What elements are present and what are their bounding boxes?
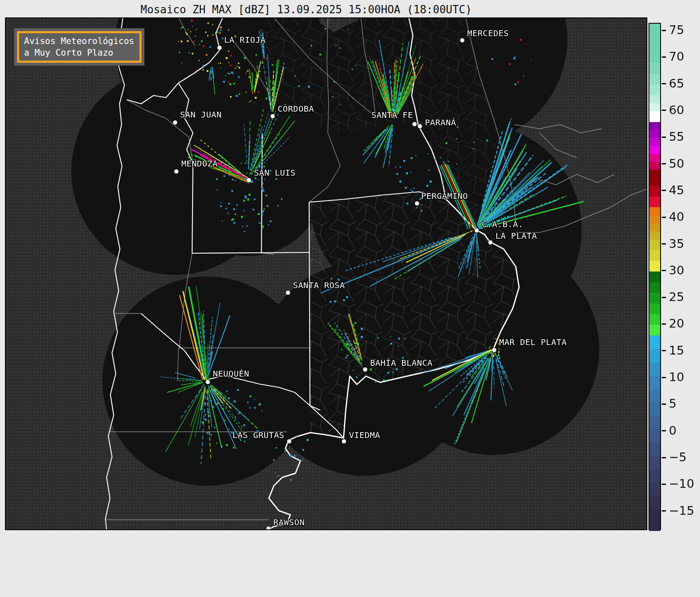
- colorbar-tick-label: 60: [669, 104, 684, 116]
- colorbar-band: [649, 442, 660, 455]
- colorbar-band: [649, 74, 660, 85]
- colorbar-band: [649, 282, 660, 293]
- colorbar-band: [649, 197, 660, 208]
- colorbar-band: [649, 389, 660, 402]
- colorbar-band: [649, 416, 660, 429]
- colorbar-tick-label: 50: [669, 158, 684, 170]
- colorbar-band: [649, 130, 660, 138]
- colorbar-band: [649, 63, 660, 74]
- city-dot-la-rioja: [217, 45, 222, 50]
- colorbar-band: [649, 146, 660, 154]
- city-label-mar-del-plata: MAR DEL PLATA: [499, 337, 567, 347]
- city-label-san-juan: SAN JUAN: [180, 110, 222, 120]
- city-label-la-plata: LA PLATA: [495, 231, 537, 241]
- colorbar-band: [649, 186, 660, 197]
- colorbar-tick: [662, 270, 666, 271]
- city-dot-neuqu-n: [205, 379, 210, 384]
- colorbar-tick-label: 15: [669, 345, 684, 357]
- city-dot-bah-a-blanca: [363, 367, 368, 372]
- city-dot-mendoza: [174, 169, 179, 174]
- colorbar-tick-label: −15: [669, 505, 694, 517]
- colorbar-band: [649, 154, 660, 162]
- city-dot-rawson: [266, 526, 271, 530]
- colorbar-band: [649, 215, 660, 223]
- colorbar-band: [649, 335, 660, 349]
- city-label-pergamino: PERGAMINO: [421, 191, 468, 201]
- colorbar-band: [649, 303, 660, 314]
- city-dot-c-a-b-a-: [474, 228, 479, 233]
- colorbar-band: [649, 207, 660, 215]
- city-dot-pergamino: [415, 201, 420, 206]
- colorbar-band: [649, 122, 660, 130]
- colorbar-band: [649, 111, 660, 122]
- colorbar-tick-label: 20: [669, 318, 684, 330]
- city-dot-paran-: [417, 124, 422, 129]
- colorbar-tick: [662, 243, 666, 245]
- colorbar-band: [649, 103, 660, 111]
- colorbar-band: [649, 240, 660, 250]
- colorbar-band: [649, 95, 660, 103]
- colorbar-band: [649, 24, 660, 63]
- colorbar-band: [649, 223, 660, 231]
- city-dot-viedma: [341, 439, 346, 444]
- colorbar-band: [649, 170, 660, 186]
- city-dot-c-rdoba: [270, 114, 275, 119]
- city-label-bah-a-blanca: BAHÍA BLANCA: [370, 358, 433, 368]
- colorbar-tick-label: −5: [669, 451, 687, 463]
- colorbar-tick: [662, 430, 666, 431]
- colorbar-band: [649, 293, 660, 303]
- city-label-neuqu-n: NEUQUÉN: [213, 369, 249, 379]
- colorbar-tick-label: 55: [669, 131, 684, 143]
- colorbar-band: [649, 138, 660, 146]
- colorbar-tick: [662, 404, 666, 405]
- colorbar-band: [649, 250, 660, 261]
- city-label-paran-: PARANÁ: [425, 117, 456, 127]
- colorbar-band: [649, 162, 660, 170]
- colorbar-band: [649, 469, 660, 482]
- city-label-mendoza: MENDOZA: [181, 159, 218, 169]
- city-label-rawson: RAWSON: [273, 517, 305, 527]
- colorbar-band: [649, 349, 660, 362]
- city-dot-san-luis: [246, 178, 251, 183]
- colorbar-tick: [662, 484, 666, 485]
- city-dot-santa-fe: [412, 122, 417, 127]
- city-dot-las-grutas: [287, 439, 292, 444]
- city-dot-la-plata: [488, 240, 493, 245]
- colorbar-band: [649, 231, 660, 239]
- radar-product-page: Mosaico ZH MAX [dBZ] 13.09.2025 15:00HOA…: [0, 0, 700, 597]
- colorbar-tick-label: 75: [669, 24, 684, 36]
- colorbar-band: [649, 261, 660, 272]
- city-label-santa-fe: SANTA FE: [371, 110, 413, 120]
- colorbar-band: [649, 496, 660, 509]
- city-labels-layer: LA RIOJAMERCEDESSAN JUANCÓRDOBASANTA FEP…: [6, 18, 646, 529]
- city-label-san-luis: SAN LUIS: [254, 168, 295, 178]
- colorbar-tick: [662, 323, 666, 325]
- colorbar-tick-label: 25: [669, 291, 684, 303]
- colorbar-tick-label: 35: [669, 238, 684, 250]
- colorbar-tick: [662, 56, 666, 58]
- colorbar-tick-label: 5: [669, 398, 676, 410]
- colorbar-band: [649, 362, 660, 376]
- colorbar-tick: [662, 110, 666, 111]
- city-label-c-a-b-a-: C.A.B.A.: [482, 219, 523, 229]
- dbz-colorbar: [649, 23, 661, 530]
- city-dot-santa-rosa: [285, 290, 290, 295]
- city-label-viedma: VIEDMA: [349, 430, 380, 440]
- colorbar-tick: [662, 137, 666, 138]
- colorbar-tick: [662, 163, 666, 164]
- city-label-santa-rosa: SANTA ROSA: [293, 280, 345, 290]
- colorbar-band: [649, 429, 660, 442]
- colorbar-tick-label: 40: [669, 211, 684, 223]
- colorbar-tick-label: 45: [669, 184, 684, 196]
- page-title: Mosaico ZH MAX [dBZ] 13.09.2025 15:00HOA…: [5, 3, 647, 16]
- colorbar-tick-label: 65: [669, 78, 684, 90]
- colorbar-band: [649, 376, 660, 389]
- colorbar-tick: [662, 377, 666, 378]
- colorbar-tick-label: −10: [669, 478, 694, 490]
- colorbar-tick: [662, 217, 666, 218]
- colorbar-band: [649, 456, 660, 469]
- colorbar-band: [649, 314, 660, 325]
- footer: Servicio Meteorológico Nacional Argentin…: [0, 531, 700, 597]
- colorbar-band: [649, 509, 660, 531]
- city-dot-mar-del-plata: [492, 347, 497, 352]
